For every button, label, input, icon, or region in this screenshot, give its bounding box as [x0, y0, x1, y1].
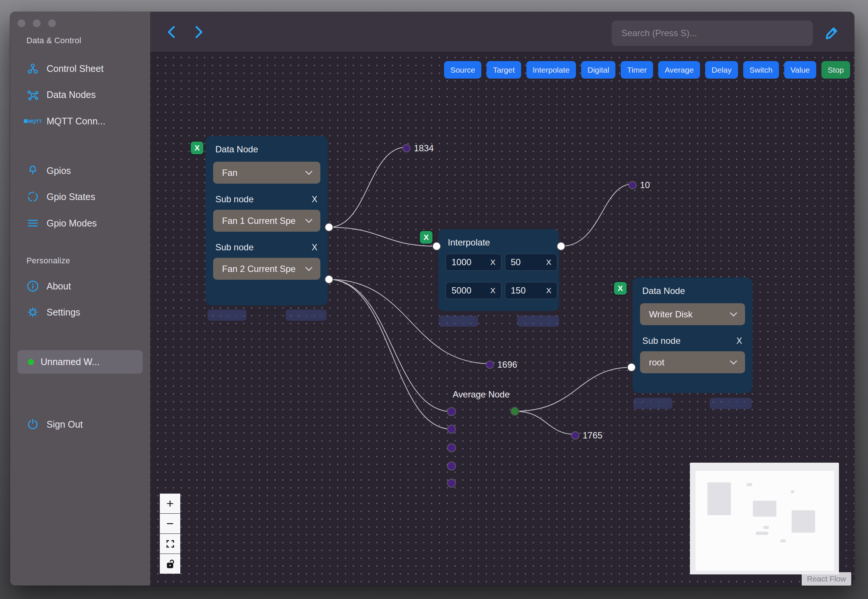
source-handle[interactable] [325, 223, 333, 232]
average-target-handle[interactable] [447, 462, 456, 471]
sidebar-item-control-sheet[interactable]: Control Sheet [26, 60, 104, 77]
average-target-handle[interactable] [447, 424, 456, 433]
clear-value-button[interactable]: X [546, 286, 551, 295]
interpolate-value-input[interactable]: 50X [505, 254, 557, 271]
sidebar-item-label: About [47, 281, 71, 292]
canvas-controls: + − [160, 494, 180, 574]
app-window: Data & Control Control Sheet Data Nodes … [10, 12, 854, 585]
chevron-down-icon [305, 218, 313, 224]
average-target-handle[interactable] [447, 443, 456, 452]
interpolate-value[interactable]: 1000 [451, 257, 471, 268]
delete-node-button[interactable]: X [420, 231, 433, 244]
share-icon [26, 63, 39, 75]
target-handle[interactable] [627, 363, 636, 372]
average-node-title: Average Node [453, 389, 510, 400]
source-handle[interactable] [325, 275, 333, 284]
palette-button-value[interactable]: Value [784, 61, 816, 78]
fit-view-button[interactable] [160, 534, 180, 554]
chevron-down-icon [305, 266, 313, 272]
interpolate-node[interactable]: Interpolate 1000X50X5000X150X [438, 229, 559, 311]
sidebar-item-gpio-modes[interactable]: Gpio Modes [26, 214, 97, 232]
mqtt-icon: MQTT [26, 119, 39, 124]
flow-canvas[interactable]: SourceTargetInterpolateDigitalTimerAvera… [150, 52, 854, 585]
minimap-node-rect [763, 526, 769, 529]
average-target-handle[interactable] [447, 407, 456, 416]
edge-endpoint-dot[interactable] [629, 181, 637, 189]
main-area: SourceTargetInterpolateDigitalTimerAvera… [150, 12, 854, 585]
sub-node-select[interactable]: root [640, 351, 745, 373]
sub-node-label: Sub node [215, 194, 254, 205]
remove-sub-node-button[interactable]: X [737, 336, 742, 346]
sub-node-label: Sub node [215, 242, 254, 253]
palette-button-timer[interactable]: Timer [621, 61, 653, 78]
gear-icon [26, 306, 39, 318]
sidebar-item-workspace[interactable]: Unnamed W... [18, 350, 143, 374]
sidebar-item-sign-out[interactable]: Sign Out [26, 415, 83, 433]
zoom-in-button[interactable]: + [160, 494, 180, 513]
add-source-button[interactable]: + Source [710, 398, 752, 409]
node-type-select[interactable]: Writer Disk [640, 303, 745, 325]
sidebar-item-gpios[interactable]: Gpios [26, 162, 71, 179]
palette-button-interpolate[interactable]: Interpolate [527, 61, 576, 78]
info-icon [26, 280, 39, 292]
add-target-button[interactable]: + Target [208, 310, 247, 321]
node-title: Data Node [215, 144, 320, 155]
palette-button-average[interactable]: Average [658, 61, 700, 78]
clear-value-button[interactable]: X [546, 258, 551, 267]
palette-button-stop[interactable]: Stop [821, 61, 850, 78]
data-node-writer[interactable]: Data Node Writer Disk Sub node X root [633, 277, 752, 393]
clear-value-button[interactable]: X [490, 258, 495, 267]
topbar [150, 12, 854, 52]
maximize-window-icon[interactable] [48, 20, 56, 27]
edge-endpoint-dot[interactable] [571, 431, 579, 439]
average-source-handle[interactable] [510, 407, 519, 416]
minimap-node-rect [781, 539, 786, 542]
interpolate-value[interactable]: 5000 [451, 285, 471, 296]
chevron-down-icon [305, 170, 313, 175]
minimize-window-icon[interactable] [33, 20, 41, 27]
target-handle[interactable] [432, 242, 441, 251]
data-node-fan[interactable]: Data Node Fan Sub node X Fan 1 Current S… [206, 136, 328, 306]
sidebar-item-label: Gpio Modes [47, 218, 97, 229]
delete-node-button[interactable]: X [191, 141, 203, 154]
palette-button-target[interactable]: Target [486, 61, 521, 78]
add-source-button[interactable]: + Source [286, 310, 327, 321]
source-handle[interactable] [557, 242, 566, 251]
sub-node-select[interactable]: Fan 2 Current Spe [213, 258, 320, 280]
palette-button-digital[interactable]: Digital [581, 61, 615, 78]
add-target-button[interactable]: + Target [633, 398, 672, 409]
sidebar-item-data-nodes[interactable]: Data Nodes [26, 86, 96, 104]
add-target-button[interactable]: + Target [439, 316, 478, 327]
edit-pencil-icon[interactable] [824, 25, 840, 42]
average-target-handle[interactable] [447, 479, 456, 488]
palette-button-delay[interactable]: Delay [705, 61, 738, 78]
edge-endpoint-dot[interactable] [402, 144, 411, 152]
remove-sub-node-button[interactable]: X [312, 194, 317, 205]
search-input[interactable] [612, 21, 813, 46]
close-window-icon[interactable] [18, 20, 26, 27]
edge-endpoint-dot[interactable] [486, 361, 494, 369]
lock-button[interactable] [160, 554, 180, 574]
delete-node-button[interactable]: X [614, 282, 627, 295]
clear-value-button[interactable]: X [490, 286, 495, 295]
sub-node-select[interactable]: Fan 1 Current Spe [213, 210, 320, 232]
sidebar-item-gpio-states[interactable]: Gpio States [26, 188, 95, 206]
palette-button-switch[interactable]: Switch [743, 61, 779, 78]
interpolate-value[interactable]: 150 [511, 285, 526, 296]
minimap[interactable] [690, 463, 839, 574]
interpolate-value[interactable]: 50 [511, 257, 521, 268]
sidebar-item-settings[interactable]: Settings [26, 303, 80, 321]
interpolate-value-input[interactable]: 150X [505, 282, 557, 299]
back-chevron-icon[interactable] [167, 25, 176, 40]
palette-button-source[interactable]: Source [444, 61, 482, 78]
forward-chevron-icon[interactable] [194, 25, 204, 40]
interpolate-value-input[interactable]: 1000X [445, 254, 501, 271]
add-source-button[interactable]: + Source [517, 316, 559, 327]
remove-sub-node-button[interactable]: X [312, 242, 317, 253]
sidebar-item-mqtt[interactable]: MQTT MQTT Conn... [26, 112, 105, 130]
sidebar-item-about[interactable]: About [26, 277, 71, 295]
zoom-out-button[interactable]: − [160, 514, 180, 533]
window-controls[interactable] [18, 20, 56, 27]
node-type-select[interactable]: Fan [213, 162, 320, 184]
interpolate-value-input[interactable]: 5000X [445, 282, 501, 299]
